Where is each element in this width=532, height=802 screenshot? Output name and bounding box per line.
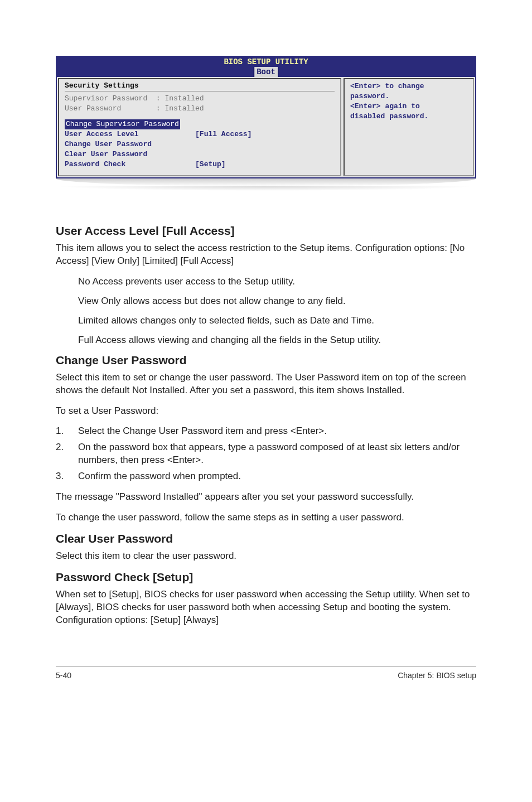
- text-ual-desc: This item allows you to select the acces…: [56, 242, 476, 268]
- bios-help-l4: disabled password.: [350, 112, 467, 122]
- text-cup-desc: Select this item to set or change the us…: [56, 371, 476, 397]
- list-item: 1.Select the Change User Password item a…: [56, 425, 476, 438]
- bios-clear-user: Clear User Password: [65, 149, 335, 160]
- bios-help-l3: <Enter> again to: [350, 102, 467, 112]
- heading-password-check: Password Check [Setup]: [56, 571, 476, 584]
- list-num-2: 2.: [56, 441, 78, 467]
- text-ual-noaccess: No Access prevents user access to the Se…: [78, 276, 476, 288]
- bios-change-supervisor: Change Supervisor Password: [65, 119, 180, 129]
- page-footer: 5-40 Chapter 5: BIOS setup: [56, 666, 476, 680]
- text-cup-installed: The message "Password Installed" appears…: [56, 491, 476, 504]
- text-pwc-desc: When set to [Setup], BIOS checks for use…: [56, 588, 476, 627]
- list-text-1: Select the Change User Password item and…: [78, 425, 327, 438]
- footer-chapter: Chapter 5: BIOS setup: [398, 671, 476, 680]
- bios-title: BIOS SETUP UTILITY: [57, 57, 475, 67]
- bios-supervisor-label: Supervisor Password: [65, 94, 147, 103]
- footer-page-number: 5-40: [56, 671, 71, 680]
- text-ual-viewonly: View Only allows access but does not all…: [78, 295, 476, 308]
- bios-pwcheck-label: Password Check: [65, 160, 125, 168]
- heading-change-user-password: Change User Password: [56, 354, 476, 367]
- list-text-3: Confirm the password when prompted.: [78, 470, 241, 483]
- bios-userpw-val: : Installed: [156, 104, 204, 113]
- text-cup-toset: To set a User Password:: [56, 405, 476, 418]
- bios-pwcheck-val: [Setup]: [195, 160, 226, 168]
- list-num-1: 1.: [56, 425, 78, 438]
- heading-clear-user-password: Clear User Password: [56, 532, 476, 545]
- bios-help-l2: password.: [350, 91, 467, 102]
- bios-left-pane: Security Settings Supervisor Password : …: [58, 78, 341, 176]
- bios-tab-boot: Boot: [254, 67, 278, 77]
- list-num-3: 3.: [56, 470, 78, 483]
- text-ual-fullaccess: Full Access allows viewing and changing …: [78, 334, 476, 347]
- list-item: 2.On the password box that appears, type…: [56, 441, 476, 467]
- bios-help-l1: <Enter> to change: [350, 81, 467, 91]
- text-clr-desc: Select this item to clear the user passw…: [56, 550, 476, 563]
- bios-access-level-val: [Full Access]: [195, 130, 252, 138]
- bios-userpw-label: User Password: [65, 104, 121, 113]
- bios-screenshot: BIOS SETUP UTILITY Boot Security Setting…: [56, 56, 476, 191]
- bios-access-level-label: User Access Level: [65, 130, 139, 138]
- bios-supervisor-val: : Installed: [156, 94, 204, 103]
- list-cup-steps: 1.Select the Change User Password item a…: [56, 425, 476, 483]
- bios-help-pane: <Enter> to change password. <Enter> agai…: [344, 78, 474, 176]
- bios-section-header: Security Settings: [65, 81, 335, 91]
- list-item: 3.Confirm the password when prompted.: [56, 470, 476, 483]
- text-cup-change: To change the user password, follow the …: [56, 511, 476, 524]
- heading-user-access-level: User Access Level [Full Access]: [56, 224, 476, 238]
- list-text-2: On the password box that appears, type a…: [78, 441, 476, 467]
- bios-change-user: Change User Password: [65, 139, 335, 149]
- text-ual-limited: Limited allows changes only to selected …: [78, 315, 476, 327]
